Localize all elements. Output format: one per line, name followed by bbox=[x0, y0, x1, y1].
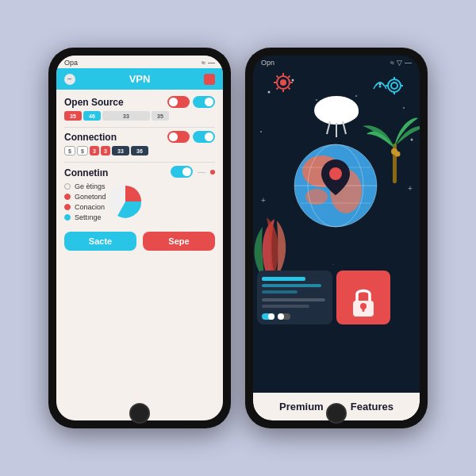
carrier-left: Opa bbox=[64, 59, 78, 67]
connetiin-section: Connetiın — Ge ètings bbox=[64, 166, 215, 228]
right-status-bar: Opn ≈ ▽ — bbox=[253, 56, 420, 68]
connection-label: Connection bbox=[64, 132, 117, 143]
open-source-label: Open Source bbox=[64, 97, 124, 108]
radio-label-1: Ge ètings bbox=[75, 182, 106, 190]
action-buttons: Sacte Sepe bbox=[64, 232, 215, 251]
radio-item-2: Gonetond bbox=[64, 193, 106, 201]
left-phone-screen: Opa ≈ — − VPN Open Source bbox=[56, 56, 223, 420]
connection-toggle1[interactable] bbox=[167, 131, 190, 143]
open-source-toggle2[interactable] bbox=[193, 96, 215, 108]
battery-icon-right: — bbox=[405, 59, 412, 67]
open-source-section: Open Source 35 46 33 35 bbox=[64, 96, 215, 121]
prog-seg-1: 35 bbox=[64, 111, 82, 121]
minimize-button[interactable]: − bbox=[64, 74, 75, 85]
radio-circle-1 bbox=[64, 183, 71, 190]
vpn-content: Open Source 35 46 33 35 bbox=[56, 90, 223, 257]
radio-circle-4 bbox=[64, 214, 71, 221]
svg-point-51 bbox=[268, 313, 274, 320]
svg-point-53 bbox=[278, 313, 284, 320]
conn-seg-4: 3 bbox=[101, 146, 110, 155]
radio-list: Ge ètings Gonetond Conacion bbox=[64, 182, 106, 224]
radio-item-1: Ge ètings bbox=[64, 182, 106, 190]
illustration-svg: + + · bbox=[253, 68, 420, 338]
svg-rect-46 bbox=[262, 284, 321, 287]
connetiin-toggle-row: — bbox=[171, 166, 215, 178]
radio-item-4: Settınge bbox=[64, 213, 106, 221]
connection-toggle2[interactable] bbox=[193, 131, 215, 143]
svg-rect-57 bbox=[363, 307, 365, 312]
cloud-icon bbox=[314, 96, 359, 137]
radio-item-3: Conacion bbox=[64, 203, 106, 211]
connetiin-toggle[interactable] bbox=[171, 166, 193, 178]
conn-seg-5: 33 bbox=[112, 146, 129, 155]
divider-1 bbox=[64, 127, 215, 128]
svg-text:·: · bbox=[332, 261, 334, 268]
conn-seg-3: 3 bbox=[90, 146, 99, 155]
prog-seg-4: 35 bbox=[152, 111, 169, 121]
svg-point-43 bbox=[395, 152, 401, 157]
svg-rect-47 bbox=[262, 290, 298, 294]
left-status-bar: Opa ≈ — bbox=[56, 56, 223, 68]
svg-point-40 bbox=[329, 167, 342, 180]
conn-seg-6: 36 bbox=[131, 146, 148, 155]
radio-circle-2 bbox=[64, 194, 71, 200]
signal-icon-right: ▽ bbox=[397, 59, 402, 67]
svg-point-8 bbox=[411, 139, 413, 141]
svg-point-1 bbox=[268, 91, 271, 94]
battery-icon-left: — bbox=[208, 59, 215, 67]
svg-point-61 bbox=[379, 86, 382, 88]
open-source-progress: 35 46 33 35 bbox=[64, 111, 215, 121]
svg-rect-45 bbox=[262, 277, 305, 281]
svg-point-27 bbox=[333, 102, 359, 121]
svg-point-7 bbox=[260, 131, 262, 132]
pie-chart bbox=[106, 182, 144, 221]
connetiin-label: Connetiın bbox=[64, 167, 108, 178]
wifi-icon-left: ≈ bbox=[202, 59, 205, 67]
carrier-right: Opn bbox=[261, 59, 274, 67]
sun-gear-icon bbox=[274, 73, 293, 92]
connetiin-dot bbox=[210, 170, 215, 175]
svg-line-17 bbox=[288, 76, 290, 78]
radio-label-2: Gonetond bbox=[75, 193, 106, 201]
connection-toggle-row bbox=[167, 131, 215, 143]
svg-rect-48 bbox=[262, 298, 325, 301]
bottom-cards bbox=[257, 271, 390, 324]
open-source-toggle[interactable] bbox=[167, 96, 190, 108]
premium-label: Premium bbox=[279, 401, 324, 413]
conn-seg-1: $ bbox=[64, 146, 75, 155]
svg-point-6 bbox=[355, 95, 357, 97]
svg-point-2 bbox=[292, 79, 294, 82]
right-phone-screen: Opn ≈ ▽ — bbox=[253, 56, 420, 420]
svg-line-18 bbox=[277, 87, 278, 89]
prog-seg-3: 33 bbox=[102, 111, 150, 121]
phones-container: Opa ≈ — − VPN Open Source bbox=[48, 48, 428, 428]
vpn-title: VPN bbox=[75, 73, 204, 85]
connection-section: Connection $ $ 3 3 33 36 bbox=[64, 131, 215, 155]
radio-label-3: Conacion bbox=[75, 203, 105, 211]
radio-circle-3 bbox=[64, 204, 71, 210]
svg-point-5 bbox=[403, 107, 405, 109]
premium-bar: Premium Features bbox=[253, 393, 420, 420]
cancel-button[interactable]: Sacte bbox=[64, 232, 136, 251]
save-button[interactable]: Sepe bbox=[143, 232, 215, 251]
open-source-toggle-row bbox=[167, 96, 215, 108]
left-phone: Opa ≈ — − VPN Open Source bbox=[48, 48, 231, 428]
gear-icon bbox=[386, 77, 403, 94]
globe-icon bbox=[294, 144, 377, 227]
svg-line-15 bbox=[277, 76, 278, 78]
features-label: Features bbox=[351, 401, 393, 413]
svg-text:+: + bbox=[261, 196, 266, 205]
close-button[interactable] bbox=[204, 74, 215, 85]
wifi-icon-right: ≈ bbox=[390, 59, 394, 67]
connection-segs: $ $ 3 3 33 36 bbox=[64, 146, 215, 155]
svg-point-3 bbox=[316, 99, 317, 101]
divider-2 bbox=[64, 162, 215, 163]
svg-point-10 bbox=[280, 79, 286, 86]
radio-pie-row: Ge ètings Gonetond Conacion bbox=[64, 182, 215, 228]
connetiin-dash: — bbox=[198, 167, 205, 176]
vpn-header: − VPN bbox=[56, 68, 223, 90]
coral-leaves-icon bbox=[255, 217, 286, 274]
right-phone: Opn ≈ ▽ — bbox=[245, 48, 428, 428]
svg-point-19 bbox=[388, 79, 401, 92]
conn-seg-2: $ bbox=[77, 146, 88, 155]
